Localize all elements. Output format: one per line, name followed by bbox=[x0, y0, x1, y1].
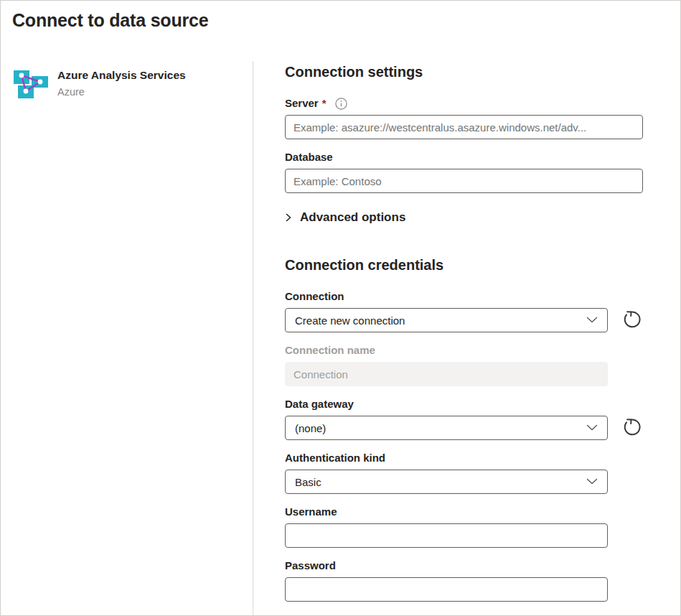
source-name: Azure Analysis Services bbox=[57, 68, 186, 83]
username-field: Username bbox=[285, 505, 643, 548]
connection-name-field: Connection name bbox=[285, 343, 643, 386]
username-label-row: Username bbox=[285, 505, 643, 519]
connection-dropdown[interactable]: Create new connection bbox=[285, 308, 608, 332]
info-icon[interactable] bbox=[335, 98, 347, 110]
advanced-options-toggle[interactable]: Advanced options bbox=[285, 209, 643, 226]
database-field: Database bbox=[285, 150, 643, 193]
refresh-icon bbox=[621, 416, 643, 440]
data-gateway-combo-row: (none) bbox=[285, 416, 643, 440]
refresh-icon bbox=[621, 309, 643, 332]
advanced-options-label: Advanced options bbox=[300, 209, 405, 226]
connection-dropdown-value: Create new connection bbox=[295, 314, 405, 327]
data-gateway-label: Data gateway bbox=[285, 397, 354, 411]
authentication-kind-label-row: Authentication kind bbox=[285, 451, 643, 465]
database-label: Database bbox=[285, 150, 333, 164]
chevron-down-icon bbox=[586, 314, 598, 327]
connection-name-label: Connection name bbox=[285, 343, 375, 358]
database-input[interactable] bbox=[285, 169, 643, 193]
authentication-kind-dropdown[interactable]: Basic bbox=[285, 470, 608, 494]
authentication-kind-dropdown-value: Basic bbox=[295, 476, 321, 488]
server-label-row: Server * bbox=[285, 96, 643, 111]
username-input[interactable] bbox=[285, 523, 608, 548]
connection-settings-heading: Connection settings bbox=[285, 62, 643, 82]
chevron-right-icon bbox=[285, 213, 292, 223]
data-gateway-field: Data gateway (none) bbox=[285, 397, 643, 440]
source-item-azure-analysis-services[interactable]: Azure Analysis Services Azure bbox=[12, 65, 241, 100]
refresh-connections-button[interactable] bbox=[621, 309, 643, 331]
authentication-kind-combo-row: Basic bbox=[285, 470, 643, 494]
refresh-gateways-button[interactable] bbox=[621, 417, 643, 439]
connection-label: Connection bbox=[285, 289, 344, 304]
password-label: Password bbox=[285, 559, 336, 573]
chevron-down-icon bbox=[586, 421, 598, 434]
server-label: Server bbox=[285, 96, 319, 111]
source-text: Azure Analysis Services Azure bbox=[57, 65, 186, 99]
username-label: Username bbox=[285, 505, 337, 519]
database-label-row: Database bbox=[285, 150, 643, 164]
chevron-down-icon bbox=[586, 475, 598, 488]
connection-combo-row: Create new connection bbox=[285, 308, 643, 332]
azure-analysis-services-icon bbox=[12, 67, 48, 100]
connection-label-row: Connection bbox=[285, 289, 643, 304]
server-input[interactable] bbox=[285, 115, 643, 139]
authentication-kind-field: Authentication kind Basic bbox=[285, 451, 643, 494]
password-field: Password bbox=[285, 559, 643, 602]
data-gateway-dropdown-value: (none) bbox=[295, 422, 326, 434]
server-field: Server * bbox=[285, 96, 643, 139]
connection-name-input bbox=[285, 362, 608, 386]
connection-field: Connection Create new connection bbox=[285, 289, 643, 332]
data-gateway-dropdown[interactable]: (none) bbox=[285, 416, 608, 440]
password-input[interactable] bbox=[285, 577, 608, 602]
dialog-header: Connect to data source bbox=[1, 1, 680, 61]
connection-credentials-heading: Connection credentials bbox=[285, 256, 643, 275]
page-title: Connect to data source bbox=[12, 10, 669, 31]
password-label-row: Password bbox=[285, 559, 643, 573]
required-marker: * bbox=[322, 96, 327, 111]
data-gateway-label-row: Data gateway bbox=[285, 397, 643, 411]
authentication-kind-label: Authentication kind bbox=[285, 451, 385, 465]
dialog-content: Azure Analysis Services Azure Connection… bbox=[1, 61, 680, 615]
connection-form-panel: Connection settings Server * bbox=[253, 61, 681, 615]
connection-name-label-row: Connection name bbox=[285, 343, 643, 358]
source-category: Azure bbox=[57, 85, 186, 99]
selected-source-panel: Azure Analysis Services Azure bbox=[1, 61, 253, 615]
connect-to-data-source-dialog: Connect to data source Az bbox=[0, 0, 681, 616]
